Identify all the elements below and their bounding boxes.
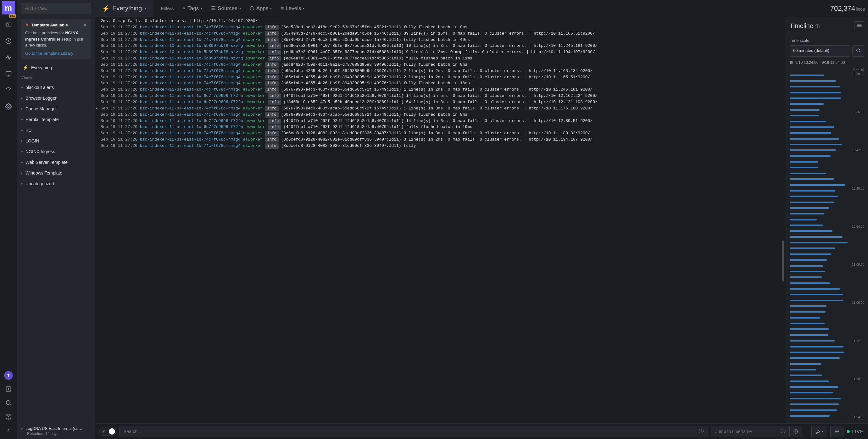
log-line[interactable]: Sep 19 11:27:20 bzc-indexer-11-us-east-1… xyxy=(101,118,782,124)
timeline-bar[interactable] xyxy=(790,288,840,290)
avatar[interactable]: T xyxy=(4,371,13,380)
timeline-bar[interactable] xyxy=(790,126,834,128)
timeline-bar[interactable] xyxy=(790,138,839,139)
timeline-bar[interactable] xyxy=(790,86,840,87)
timeline-bar[interactable] xyxy=(790,196,838,197)
timeline-bar[interactable] xyxy=(790,103,824,105)
log-line[interactable]: Sep 19 11:27:20 bzc-indexer-10-us-east-1… xyxy=(101,43,782,49)
info-icon[interactable]: ⓘ xyxy=(781,428,785,435)
search-icon[interactable] xyxy=(2,397,14,409)
timeline-bar[interactable] xyxy=(790,415,830,417)
log-line[interactable]: Sep 19 11:27:20 bzc-indexer-11-us-east-1… xyxy=(101,106,782,112)
timeline-bar[interactable] xyxy=(790,242,847,243)
timeline-bar[interactable] xyxy=(790,380,829,382)
source-selector[interactable]: ▸ LogDNA US East Internal (us… xyxy=(21,426,90,431)
brand-logo[interactable]: m STA xyxy=(2,1,15,14)
timeline-bar[interactable] xyxy=(790,115,819,116)
log-line[interactable]: Sep 19 11:27:20 bzc-indexer-11-us-east-1… xyxy=(101,37,782,43)
timeline-bar[interactable] xyxy=(790,311,826,313)
timeline-bar[interactable] xyxy=(790,248,835,249)
view-item[interactable]: ▸Browser Logger xyxy=(17,93,95,103)
log-line[interactable]: Sep 19 11:27:20 bzc-indexer-11-us-east-1… xyxy=(101,62,782,68)
view-item[interactable]: ▸Uncategorized xyxy=(17,178,95,189)
timeline-bar[interactable] xyxy=(790,219,817,220)
search-bar[interactable]: ⓘ xyxy=(120,426,708,437)
filter-tags[interactable]: ⌖Tags▾ xyxy=(182,5,202,12)
filter-levels[interactable]: ≡Levels▾ xyxy=(281,5,304,12)
info-icon[interactable]: i xyxy=(815,24,820,29)
filter-apps[interactable]: ⬡Apps▾ xyxy=(250,5,272,12)
timeline-bar[interactable] xyxy=(790,155,831,157)
add-icon[interactable] xyxy=(2,383,14,395)
log-line[interactable]: Sep 19 11:27:20 bzc-indexer-11-us-east-1… xyxy=(101,99,782,105)
settings-icon[interactable] xyxy=(2,101,14,113)
scrollbar-thumb[interactable] xyxy=(782,241,784,281)
jump-timeframe-bar[interactable]: ⓘ xyxy=(711,426,790,437)
timeline-bar[interactable] xyxy=(790,363,822,365)
collapse-timeline-button[interactable] xyxy=(854,21,864,30)
log-viewer[interactable]: 2ms. 0 map fails. 0 cluster errors. | ht… xyxy=(95,17,785,423)
timeline-bar[interactable] xyxy=(790,144,842,145)
timeline-bar[interactable] xyxy=(790,97,841,99)
timeline-bar[interactable] xyxy=(790,178,834,180)
timeline-bar[interactable] xyxy=(790,92,841,93)
timeline-bar[interactable] xyxy=(790,132,831,134)
view-item[interactable]: ▸LOGIN xyxy=(17,135,95,146)
timeline-bar[interactable] xyxy=(790,334,828,336)
log-line[interactable]: Sep 19 11:27:20 bzc-indexer-11-us-east-1… xyxy=(101,74,782,81)
view-item[interactable]: ▸blackout alerts xyxy=(17,82,95,93)
everything-view[interactable]: ⚡ Everything xyxy=(17,62,95,73)
timeline-bar[interactable] xyxy=(790,317,820,319)
timeline-bar[interactable] xyxy=(790,398,841,399)
log-line[interactable]: Sep 19 11:27:20 bzc-indexer-10-us-east-1… xyxy=(101,56,782,62)
view-item[interactable]: ▸KD xyxy=(17,125,95,135)
timeline-bar[interactable] xyxy=(790,80,836,82)
timeline-bar[interactable] xyxy=(790,149,836,151)
log-line[interactable]: Sep 19 11:27:20 bzc-indexer-11-us-east-1… xyxy=(101,87,782,93)
timeline-bar[interactable] xyxy=(790,190,835,191)
timeline-bar[interactable] xyxy=(790,346,843,347)
help-icon[interactable] xyxy=(2,411,14,422)
jump-timeframe-input[interactable] xyxy=(715,429,779,434)
filter-sources[interactable]: ☰Sources▾ xyxy=(211,5,241,12)
tools-button[interactable]: ▾ xyxy=(811,426,827,437)
log-line[interactable]: Sep 19 11:27:20 bzc-indexer-10-us-east-1… xyxy=(101,50,782,55)
timeline-bar[interactable] xyxy=(790,201,834,203)
view-item[interactable]: ▸Web Server Template xyxy=(17,157,95,167)
active-view-tab[interactable]: ⚡ Everything ▾ xyxy=(95,0,153,17)
log-line[interactable]: Sep 19 11:27:20 bzc-indexer-11-us-east-1… xyxy=(101,137,782,143)
log-line[interactable]: Sep 19 11:27:20 bzc-indexer-11-us-east-1… xyxy=(101,31,782,37)
collapse-rail-icon[interactable] xyxy=(5,422,12,439)
timeline-bar[interactable] xyxy=(790,357,840,359)
timeline-bar[interactable] xyxy=(790,282,830,284)
search-input[interactable] xyxy=(124,429,699,434)
timeline-bar[interactable] xyxy=(790,253,831,255)
time-scale-select[interactable]: 60 minutes (default) xyxy=(790,45,850,57)
close-icon[interactable]: ✕ xyxy=(83,23,87,27)
view-item[interactable]: ▸NGINX Ingress xyxy=(17,146,95,157)
log-line[interactable]: Sep 19 11:27:20 bzc-indexer-11-us-east-1… xyxy=(101,81,782,87)
view-item[interactable]: ▸Cache Manager xyxy=(17,103,95,114)
template-library-link[interactable]: Go to the Template Library xyxy=(25,51,87,56)
timeline-bar[interactable] xyxy=(790,265,823,267)
timeline-bar[interactable] xyxy=(790,259,827,261)
activity-icon[interactable] xyxy=(2,52,14,64)
live-indicator[interactable]: LIVE xyxy=(847,429,864,434)
timeline-bar[interactable] xyxy=(790,369,816,371)
timeline-bar[interactable] xyxy=(790,404,839,405)
log-line[interactable]: Sep 19 11:27:20 bzc-indexer-11-us-east-1… xyxy=(101,25,782,31)
info-icon[interactable]: ⓘ xyxy=(699,428,704,435)
views-icon[interactable] xyxy=(2,19,14,31)
timeline-bar[interactable] xyxy=(790,409,837,411)
timeline-bar[interactable] xyxy=(790,184,845,186)
format-button[interactable] xyxy=(830,426,843,437)
dark-mode-toggle[interactable]: ☀ xyxy=(99,427,116,436)
timeline-bar[interactable] xyxy=(790,386,838,388)
timeline-bar[interactable] xyxy=(790,121,826,122)
log-line[interactable]: Sep 19 11:27:20 bzc-indexer-11-us-east-1… xyxy=(101,112,782,118)
log-line[interactable]: Sep 19 11:27:20 bzc-indexer-11-us-east-1… xyxy=(101,93,782,99)
timeline-bar[interactable] xyxy=(790,236,842,238)
timeline-bar[interactable] xyxy=(790,300,843,301)
timeline-bar[interactable] xyxy=(790,224,823,226)
timeline-bar[interactable] xyxy=(790,392,833,394)
